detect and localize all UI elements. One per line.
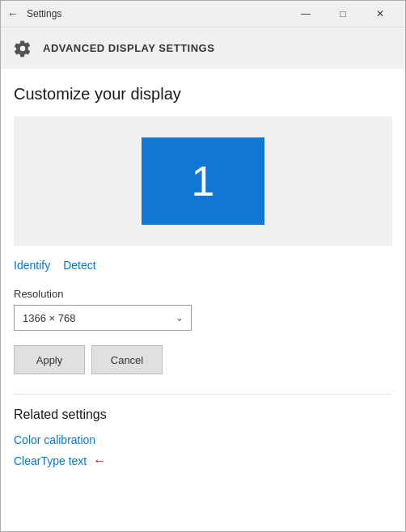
header-title: ADVANCED DISPLAY SETTINGS <box>43 42 214 54</box>
resolution-label: Resolution <box>14 288 392 300</box>
related-links-list: Color calibration ClearType text ← <box>14 433 392 467</box>
window-controls: — □ ✕ <box>287 1 399 27</box>
close-button[interactable]: ✕ <box>362 1 399 27</box>
titlebar: ← Settings — □ ✕ <box>1 1 405 27</box>
arrow-icon: ← <box>93 454 106 467</box>
color-calibration-link[interactable]: Color calibration <box>14 433 95 446</box>
window-title: Settings <box>27 8 287 19</box>
identify-link[interactable]: Identify <box>14 259 50 272</box>
related-link-row-1: Color calibration <box>14 433 392 446</box>
display-links: Identify Detect <box>14 259 392 272</box>
cancel-button[interactable]: Cancel <box>91 345 163 374</box>
apply-button[interactable]: Apply <box>14 345 85 374</box>
related-link-row-2: ClearType text ← <box>14 454 392 467</box>
detect-link[interactable]: Detect <box>63 259 95 272</box>
gear-icon <box>14 40 32 57</box>
content-area: Customize your display 1 Identify Detect… <box>1 69 405 531</box>
cleartype-text-link[interactable]: ClearType text <box>14 454 87 467</box>
maximize-button[interactable]: □ <box>324 1 362 27</box>
divider <box>14 394 392 395</box>
resolution-wrapper: 1366 × 768 1280 × 720 1920 × 1080 800 × … <box>14 305 192 331</box>
display-preview: 1 <box>14 116 392 246</box>
resolution-select[interactable]: 1366 × 768 1280 × 720 1920 × 1080 800 × … <box>14 305 192 331</box>
page-title: Customize your display <box>14 85 392 103</box>
minimize-button[interactable]: — <box>287 1 324 27</box>
window: ← Settings — □ ✕ ADVANCED DISPLAY SETTIN… <box>0 0 406 532</box>
monitor-box: 1 <box>142 137 264 225</box>
monitor-number: 1 <box>192 157 215 205</box>
related-settings-title: Related settings <box>14 407 392 422</box>
header-bar: ADVANCED DISPLAY SETTINGS <box>1 27 405 69</box>
back-button[interactable]: ← <box>7 7 19 20</box>
action-buttons: Apply Cancel <box>14 345 392 374</box>
